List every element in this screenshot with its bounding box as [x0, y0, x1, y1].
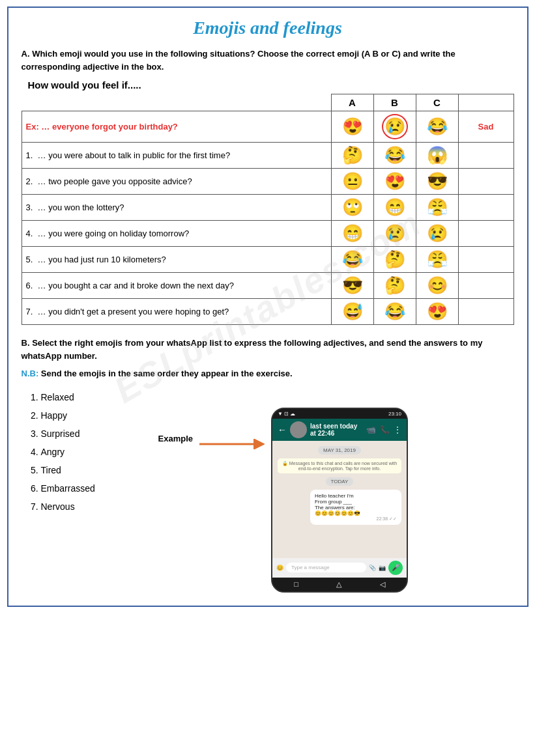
table-header-a: A: [331, 94, 373, 111]
question-1: 1. … you were about to talk in public fo…: [22, 143, 331, 169]
arrow-icon: [199, 439, 265, 449]
table-row: 2. … two people gave you opposite advice…: [22, 169, 513, 195]
q7-answer: [458, 299, 513, 325]
nav-back-icon: ◁: [380, 580, 385, 589]
list-item: Nervous: [41, 497, 145, 516]
list-item: Happy: [41, 406, 145, 425]
question-2: 2. … two people gave you opposite advice…: [22, 169, 331, 195]
q3-emoji-c: 😤: [416, 195, 458, 221]
message-input[interactable]: Type a message: [286, 563, 366, 572]
table-row: 4. … you were going on holiday tomorrow?…: [22, 221, 513, 247]
example-question: Ex: … everyone forgot your birthday?: [22, 111, 331, 143]
phone-nav-bar: □ △ ◁: [272, 578, 407, 591]
q3-answer: [458, 195, 513, 221]
example-area: Example ▼ ⊡ ☁ 23:10: [158, 408, 514, 593]
bubble-line2: From group ___: [315, 499, 397, 505]
phone-top-bar: ← last seen today at 22:46 📹 📞 ⋮: [272, 419, 407, 441]
table-row: 1. … you were about to talk in public fo…: [22, 143, 513, 169]
q4-emoji-c: 😢: [416, 221, 458, 247]
q3-emoji-b: 😁: [373, 195, 416, 221]
q2-emoji-c: 😎: [416, 169, 458, 195]
nav-square-icon: □: [294, 580, 298, 589]
avatar: [290, 421, 307, 438]
phone-icon: 📞: [380, 425, 390, 434]
back-arrow-icon: ←: [278, 425, 287, 435]
q7-emoji-a: 😅: [331, 299, 373, 325]
table-row: 3. … you won the lottery? 🙄 😁 😤: [22, 195, 513, 221]
q5-emoji-b: 🤔: [373, 247, 416, 273]
q7-emoji-b: 😂: [373, 299, 416, 325]
example-emoji-b: 😢: [373, 111, 416, 143]
table-row: 5. … you had just run 10 kilometers? 😂 🤔…: [22, 247, 513, 273]
q2-answer: [458, 169, 513, 195]
encryption-msg: 🔒 Messages to this chat and calls are no…: [278, 458, 401, 473]
example-emoji-a: 😍: [331, 111, 373, 143]
page-title: Emojis and feelings: [22, 18, 514, 38]
q5-answer: [458, 247, 513, 273]
how-feel-heading: How would you feel if.....: [28, 79, 514, 91]
chat-bubble: Hello teacher I'm From group ___ The ans…: [310, 490, 401, 525]
q6-answer: [458, 273, 513, 299]
adjectives-list: Relaxed Happy Surprised Angry Tired Emba…: [41, 388, 145, 516]
nb-text: N.B: Send the emojis in the same order t…: [22, 367, 514, 380]
table-header-question: [22, 94, 331, 111]
attachment-icon: 📎: [369, 565, 376, 571]
phone-input-bar: 😊 Type a message 📎 📷 🎤: [272, 558, 407, 578]
list-item: Relaxed: [41, 388, 145, 406]
mic-button[interactable]: 🎤: [388, 561, 403, 575]
question-4: 4. … you were going on holiday tomorrow?: [22, 221, 331, 247]
bubble-line3: The answers are:: [315, 505, 397, 511]
contact-info: last seen today at 22:46: [310, 423, 363, 437]
q4-emoji-b: 😢: [373, 221, 416, 247]
table-row: 6. … you bought a car and it broke down …: [22, 273, 513, 299]
phone-chat: MAY 31, 2019 🔒 Messages to this chat and…: [272, 441, 407, 558]
section-b-intro: B. Select the right emojis from your wha…: [22, 337, 514, 362]
question-3: 3. … you won the lottery?: [22, 195, 331, 221]
bubble-line1: Hello teacher I'm: [315, 493, 397, 499]
q5-emoji-a: 😂: [331, 247, 373, 273]
table-header-answer: [458, 94, 513, 111]
q2-emoji-b: 😍: [373, 169, 416, 195]
question-7: 7. … you didn't get a present you were h…: [22, 299, 331, 325]
question-6: 6. … you bought a car and it broke down …: [22, 273, 331, 299]
emoji-input-icon: 😊: [276, 565, 283, 571]
list-item: Surprised: [41, 425, 145, 443]
list-item: Tired: [41, 461, 145, 479]
section-a-intro: A. Which emoji would you use in the foll…: [22, 48, 514, 73]
list-item: Angry: [41, 443, 145, 461]
q1-answer: [458, 143, 513, 169]
today-label: TODAY: [326, 477, 354, 486]
main-page: ESLprintables.com Emojis and feelings A.…: [7, 7, 528, 607]
phone-status-bar: ▼ ⊡ ☁ 23:10: [272, 409, 407, 419]
q6-emoji-a: 😎: [331, 273, 373, 299]
q4-emoji-a: 😁: [331, 221, 373, 247]
nav-home-icon: △: [336, 580, 341, 589]
menu-icon: ⋮: [394, 425, 401, 434]
emoji-table: A B C Ex: … everyone forgot your birthda…: [22, 94, 514, 325]
question-5: 5. … you had just run 10 kilometers?: [22, 247, 331, 273]
table-row-example: Ex: … everyone forgot your birthday? 😍 😢…: [22, 111, 513, 143]
q5-emoji-c: 😤: [416, 247, 458, 273]
example-label: Example: [158, 434, 193, 443]
q6-emoji-c: 😊: [416, 273, 458, 299]
q4-answer: [458, 221, 513, 247]
camera-icon: 📷: [379, 565, 386, 571]
section-a: A. Which emoji would you use in the foll…: [22, 48, 514, 325]
q1-emoji-a: 🤔: [331, 143, 373, 169]
q3-emoji-a: 🙄: [331, 195, 373, 221]
table-row: 7. … you didn't get a present you were h…: [22, 299, 513, 325]
example-answer: Sad: [458, 111, 513, 143]
q6-emoji-b: 🤔: [373, 273, 416, 299]
section-b: B. Select the right emojis from your wha…: [22, 337, 514, 593]
section-b-content: Relaxed Happy Surprised Angry Tired Emba…: [22, 388, 514, 593]
table-header-c: C: [416, 94, 458, 111]
phone-action-icons: 📹 📞 ⋮: [366, 425, 401, 434]
bubble-time: 22:38 ✓✓: [315, 516, 397, 522]
video-icon: 📹: [366, 425, 376, 434]
table-header-b: B: [373, 94, 416, 111]
list-item: Embarrassed: [41, 479, 145, 497]
q1-emoji-c: 😱: [416, 143, 458, 169]
q1-emoji-b: 😂: [373, 143, 416, 169]
example-emoji-c: 😂: [416, 111, 458, 143]
bubble-emojis: 😊😊😊😊😊😊😎: [315, 511, 397, 516]
